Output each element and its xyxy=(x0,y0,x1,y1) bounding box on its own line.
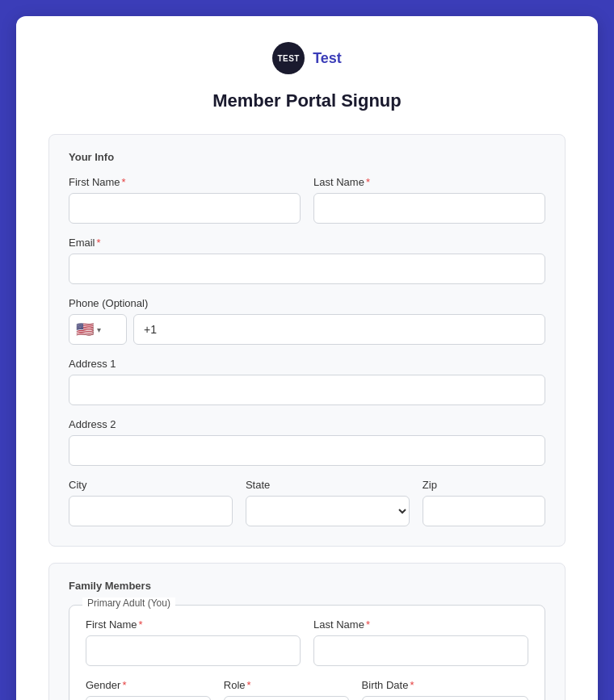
your-info-label: Your Info xyxy=(69,151,545,163)
address1-row: Address 1 xyxy=(69,358,545,405)
birth-date-label: Birth Date* xyxy=(362,679,528,691)
email-group: Email* xyxy=(69,237,545,284)
primary-adult-legend: Primary Adult (You) xyxy=(82,597,175,609)
address2-group: Address 2 xyxy=(69,418,545,466)
first-name-required: * xyxy=(122,176,126,188)
logo-text: TEST xyxy=(277,54,300,63)
first-name-group: First Name* xyxy=(69,176,301,224)
email-row: Email* xyxy=(69,237,545,284)
state-select[interactable]: AL AK CA NY TX xyxy=(246,496,410,526)
phone-input[interactable] xyxy=(133,314,545,345)
city-label: City xyxy=(69,479,233,491)
birth-date-input[interactable] xyxy=(362,696,528,700)
phone-label: Phone (Optional) xyxy=(69,297,545,309)
page-container: TEST Test Member Portal Signup Your Info… xyxy=(16,16,598,700)
email-input[interactable] xyxy=(69,254,545,284)
city-state-zip-row: City State AL AK CA NY TX Zip xyxy=(69,479,545,526)
gender-group: Gender* Select Gender Male Female Other xyxy=(86,679,211,700)
email-required: * xyxy=(97,237,101,249)
address2-row: Address 2 xyxy=(69,418,545,466)
birth-date-group: Birth Date* xyxy=(362,679,528,700)
zip-group: Zip xyxy=(423,479,545,526)
phone-input-row: 🇺🇸 ▾ xyxy=(69,314,545,345)
family-first-name-label: First Name* xyxy=(86,618,301,631)
role-required: * xyxy=(247,679,251,691)
first-name-label: First Name* xyxy=(69,176,301,188)
family-first-name-group: First Name* xyxy=(86,618,301,666)
address2-label: Address 2 xyxy=(69,418,545,430)
state-label: State xyxy=(246,479,410,491)
family-first-name-input[interactable] xyxy=(86,635,301,666)
gender-label: Gender* xyxy=(86,679,211,691)
gender-select[interactable]: Select Gender Male Female Other xyxy=(86,696,211,700)
birth-date-required: * xyxy=(410,679,414,691)
family-name-row: First Name* Last Name* xyxy=(86,618,528,666)
last-name-required: * xyxy=(366,176,370,188)
role-group: Role* Primary Adult Spouse Child xyxy=(224,679,349,700)
last-name-input[interactable] xyxy=(313,193,545,224)
phone-country-select[interactable]: 🇺🇸 ▾ xyxy=(69,314,127,345)
zip-label: Zip xyxy=(423,479,545,491)
family-last-name-required: * xyxy=(366,618,370,631)
page-title: Member Portal Signup xyxy=(48,90,566,111)
family-last-name-input[interactable] xyxy=(313,635,528,666)
logo-badge: TEST xyxy=(272,42,305,74)
primary-adult-card: Primary Adult (You) First Name* Last Nam… xyxy=(69,605,545,700)
phone-group: Phone (Optional) 🇺🇸 ▾ xyxy=(69,297,545,345)
flag-icon: 🇺🇸 xyxy=(76,321,94,338)
address1-label: Address 1 xyxy=(69,358,545,370)
address2-input[interactable] xyxy=(69,435,545,466)
state-group: State AL AK CA NY TX xyxy=(246,479,410,526)
role-select[interactable]: Primary Adult Spouse Child xyxy=(224,696,349,700)
gender-required: * xyxy=(122,679,126,691)
zip-input[interactable] xyxy=(423,496,545,526)
city-input[interactable] xyxy=(69,496,233,526)
brand-name: Test xyxy=(313,50,342,67)
last-name-group: Last Name* xyxy=(313,176,545,224)
phone-row-wrapper: Phone (Optional) 🇺🇸 ▾ xyxy=(69,297,545,345)
address1-group: Address 1 xyxy=(69,358,545,405)
email-label: Email* xyxy=(69,237,545,249)
role-label: Role* xyxy=(224,679,349,691)
last-name-label: Last Name* xyxy=(313,176,545,188)
family-members-section: Family Members Primary Adult (You) First… xyxy=(48,563,566,700)
first-name-input[interactable] xyxy=(69,193,301,224)
your-info-section: Your Info First Name* Last Name* Email* xyxy=(48,134,566,547)
name-row: First Name* Last Name* xyxy=(69,176,545,224)
family-last-name-group: Last Name* xyxy=(313,618,528,666)
gender-role-birth-row: Gender* Select Gender Male Female Other … xyxy=(86,679,528,700)
family-members-label: Family Members xyxy=(69,580,545,592)
chevron-down-icon: ▾ xyxy=(97,325,101,334)
city-group: City xyxy=(69,479,233,526)
family-first-name-required: * xyxy=(139,618,143,631)
logo-area: TEST Test xyxy=(48,42,566,74)
address1-input[interactable] xyxy=(69,375,545,405)
family-last-name-label: Last Name* xyxy=(313,618,528,631)
